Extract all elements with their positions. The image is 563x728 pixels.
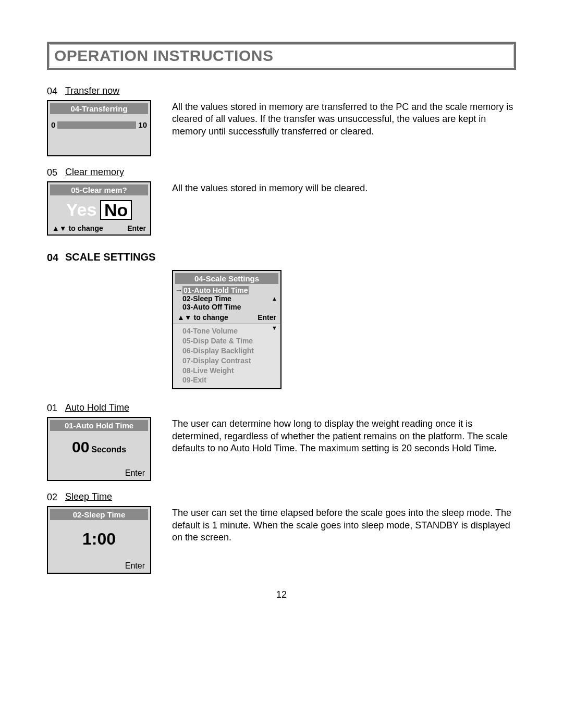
sub-autohold-header: 01 Auto Hold Time <box>47 402 516 414</box>
item-transfer-content: 04-Transferring 0 10 All the values stor… <box>47 100 516 156</box>
autohold-desc: The user can determine how long to displ… <box>172 417 516 481</box>
clear-screen: 05-Clear mem? Yes No ▲▼ to change Enter <box>47 181 151 236</box>
item-number: 02 <box>47 491 65 503</box>
selection-arrow-icon: → <box>175 286 182 294</box>
screen-title: 04-Transferring <box>50 103 148 114</box>
item-number: 01 <box>47 402 65 414</box>
sleep-desc: The user can set the time elapsed before… <box>172 506 516 574</box>
scale-settings-menu-wrap: 04-Scale Settings → ▲ ▼ 01-Auto Hold Tim… <box>172 270 516 389</box>
menu-item: 06-Display Backlight <box>182 346 277 356</box>
option-yes[interactable]: Yes <box>66 200 97 220</box>
page-number: 12 <box>47 589 516 600</box>
sleep-value: 1:00 <box>48 520 150 549</box>
menu-item: 04-Tone Volume <box>182 326 277 336</box>
value-unit: Seconds <box>91 445 126 454</box>
menu-visible-items: → ▲ ▼ 01-Auto Hold Time 02-Sleep Time 03… <box>173 284 280 312</box>
item-label: Clear memory <box>65 167 124 178</box>
yes-no-prompt: Yes No <box>48 195 150 223</box>
value-number: 00 <box>72 438 89 455</box>
hint-enter: Enter <box>127 224 146 232</box>
autohold-screen: 01-Auto Hold Time 00Seconds Enter <box>47 417 151 481</box>
menu-item: 07-Display Contrast <box>182 356 277 366</box>
screen-title: 01-Auto Hold Time <box>50 420 148 431</box>
item-number: 05 <box>47 167 65 178</box>
item-clear-header: 05 Clear memory <box>47 167 516 178</box>
menu-item-selected[interactable]: 01-Auto Hold Time <box>182 286 249 294</box>
item-transfer-header: 04 Transfer now <box>47 85 516 97</box>
menu-item: 08-Live Weight <box>182 366 277 376</box>
menu-item[interactable]: 02-Sleep Time <box>182 294 277 303</box>
hint-enter: Enter <box>48 549 150 573</box>
page-title: OPERATION INSTRUCTIONS <box>54 47 509 65</box>
item-label: Transfer now <box>65 85 119 96</box>
screen-title: 04-Scale Settings <box>175 273 278 284</box>
sub-sleep-header: 02 Sleep Time <box>47 491 516 503</box>
transfer-screen: 04-Transferring 0 10 <box>47 100 151 156</box>
progress-track <box>57 121 136 129</box>
item-clear-content: 05-Clear mem? Yes No ▲▼ to change Enter … <box>47 181 516 236</box>
scroll-down-icon[interactable]: ▼ <box>272 325 277 331</box>
section-number: 04 <box>47 251 65 264</box>
scale-settings-screen: 04-Scale Settings → ▲ ▼ 01-Auto Hold Tim… <box>172 270 282 389</box>
scroll-up-icon[interactable]: ▲ <box>272 295 277 302</box>
hint-change: ▲▼ to change <box>52 224 103 232</box>
screen-title: 02-Sleep Time <box>50 509 148 520</box>
section-scale-settings: 04 SCALE SETTINGS <box>47 251 516 264</box>
sub-sleep-content: 02-Sleep Time 1:00 Enter The user can se… <box>47 506 516 574</box>
option-no[interactable]: No <box>100 200 132 220</box>
menu-footer: ▲▼ to change Enter <box>173 312 280 324</box>
item-number: 04 <box>47 85 65 97</box>
section-label: SCALE SETTINGS <box>65 251 155 263</box>
sub-autohold-content: 01-Auto Hold Time 00Seconds Enter The us… <box>47 417 516 481</box>
menu-item: 05-Disp Date & Time <box>182 336 277 346</box>
progress-bar: 0 10 <box>48 114 150 155</box>
sleep-screen: 02-Sleep Time 1:00 Enter <box>47 506 151 574</box>
page-title-box: OPERATION INSTRUCTIONS <box>47 42 516 70</box>
transfer-desc: All the values stored in memory are tran… <box>172 100 516 156</box>
menu-hidden-items: 04-Tone Volume 05-Disp Date & Time 06-Di… <box>173 324 280 388</box>
screen-title: 05-Clear mem? <box>50 184 148 195</box>
screen-footer: ▲▼ to change Enter <box>48 223 150 235</box>
hint-change: ▲▼ to change <box>177 313 228 322</box>
clear-desc: All the values stored in memory will be … <box>172 181 516 236</box>
item-label: Auto Hold Time <box>65 402 129 413</box>
menu-item: 09-Exit <box>182 375 277 385</box>
autohold-value: 00Seconds <box>48 431 150 456</box>
menu-item[interactable]: 03-Auto Off Time <box>182 303 277 311</box>
item-label: Sleep Time <box>65 491 112 502</box>
hint-enter: Enter <box>258 313 276 322</box>
hint-enter: Enter <box>48 456 150 480</box>
progress-max: 10 <box>138 120 147 129</box>
progress-min: 0 <box>51 120 55 129</box>
